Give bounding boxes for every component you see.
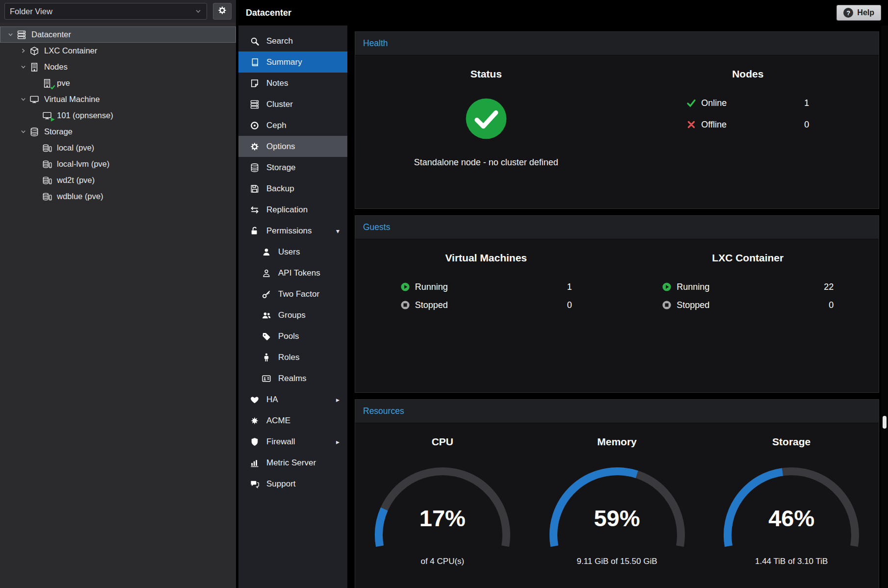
tree-item-local-lvm-pve[interactable]: local-lvm (pve) — [0, 156, 236, 172]
nav-item-firewall[interactable]: Firewall▸ — [238, 431, 347, 452]
expander-right-icon[interactable] — [18, 48, 28, 54]
db-item-icon — [41, 176, 53, 185]
nav-item-notes[interactable]: Notes — [238, 73, 347, 94]
tree-item-label: local-lvm (pve) — [57, 159, 109, 169]
cluster-status-message: Standalone node - no cluster defined — [414, 157, 558, 168]
guest-status-list: Running1Stopped0 — [400, 280, 572, 312]
nav-item-label: Pools — [278, 332, 299, 341]
tree-item-label: local (pve) — [57, 143, 94, 153]
view-mode-select[interactable]: Folder View — [4, 3, 207, 20]
nav-item-realms[interactable]: Realms — [238, 368, 347, 389]
nav-item-options[interactable]: Options — [238, 136, 347, 157]
chevron-right-icon: ▸ — [336, 396, 340, 403]
display-icon — [41, 111, 53, 121]
stat-label: Online — [701, 98, 727, 108]
gauge-percent-value: 59% — [544, 505, 691, 532]
expander-down-icon[interactable] — [18, 128, 28, 135]
gauge-subtext: 1.44 TiB of 3.10 TiB — [755, 557, 828, 566]
gear-icon — [217, 5, 227, 17]
tree-item-label: Datacenter — [31, 30, 71, 39]
db-item-icon — [41, 192, 53, 202]
nav-item-two-factor[interactable]: Two Factor — [238, 283, 347, 305]
gauge-subtext: of 4 CPU(s) — [420, 557, 464, 566]
gauge-percent-value: 17% — [369, 505, 516, 532]
guests-column-lxc-container: LXC ContainerRunning22Stopped0 — [617, 252, 879, 392]
shield-icon — [249, 437, 260, 447]
nav-item-pools[interactable]: Pools — [238, 326, 347, 347]
nav-item-cluster[interactable]: Cluster — [238, 94, 347, 115]
nav-item-backup[interactable]: Backup — [238, 178, 347, 199]
nav-item-label: HA — [266, 395, 278, 405]
nav-item-search[interactable]: Search — [238, 30, 347, 51]
stat-label: Running — [677, 282, 709, 292]
nav-item-metric-server[interactable]: Metric Server — [238, 452, 347, 473]
nav-item-label: Backup — [266, 184, 294, 194]
nav-item-replication[interactable]: Replication — [238, 199, 347, 220]
tree-item-label: wd2t (pve) — [57, 176, 95, 185]
nav-item-label: Search — [266, 36, 293, 46]
tree-item-label: Nodes — [44, 62, 68, 72]
content-scrollbar[interactable] — [881, 26, 888, 588]
status-title: Status — [470, 68, 502, 80]
tree-item-wdblue-pve[interactable]: wdblue (pve) — [0, 188, 236, 205]
resource-cpu: CPU17%of 4 CPU(s) — [355, 436, 530, 587]
tree-item-datacenter[interactable]: Datacenter — [0, 26, 236, 43]
nav-item-support[interactable]: Support — [238, 473, 347, 494]
nodes-column: Nodes Online1Offline0 — [617, 68, 879, 208]
scrollbar-thumb[interactable] — [883, 416, 887, 429]
tree-item-lxc-container[interactable]: LXC Container — [0, 43, 236, 59]
question-icon: ? — [843, 8, 853, 18]
help-button[interactable]: ? Help — [836, 5, 881, 21]
nav-item-label: Two Factor — [278, 289, 319, 299]
burst-icon — [249, 416, 260, 426]
tree-item-wd2t-pve[interactable]: wd2t (pve) — [0, 172, 236, 188]
nav-item-summary[interactable]: Summary — [238, 51, 347, 73]
expander-down-icon[interactable] — [5, 31, 16, 38]
chevron-down-icon: ▾ — [336, 228, 340, 234]
nav-item-label: Summary — [266, 57, 302, 67]
nav-item-api-tokens[interactable]: API Tokens — [238, 262, 347, 283]
user-o-icon — [261, 268, 272, 278]
resources-panel: Resources CPU17%of 4 CPU(s)Memory59%9.11… — [355, 399, 879, 588]
stat-label: Stopped — [677, 300, 709, 310]
nav-item-label: Groups — [278, 310, 306, 320]
nav-item-roles[interactable]: Roles — [238, 347, 347, 368]
gauge-subtext: 9.11 GiB of 15.50 GiB — [576, 557, 657, 566]
nav-item-label: Replication — [266, 205, 308, 215]
stat-label: Running — [415, 282, 448, 292]
nav-item-label: Roles — [278, 353, 299, 362]
tree-item-local-pve[interactable]: local (pve) — [0, 140, 236, 156]
nav-item-acme[interactable]: ACME — [238, 410, 347, 431]
nav-item-storage[interactable]: Storage — [238, 157, 347, 178]
nav-item-label: Ceph — [266, 121, 287, 130]
tree-item-pve[interactable]: pve — [0, 75, 236, 91]
tree-item-nodes[interactable]: Nodes — [0, 59, 236, 75]
nav-item-groups[interactable]: Groups — [238, 305, 347, 326]
unlock-icon — [249, 226, 260, 236]
tree-item-virtual-machine[interactable]: Virtual Machine — [0, 91, 236, 107]
guests-column-title: Virtual Machines — [445, 252, 527, 264]
nav-item-label: ACME — [266, 416, 290, 426]
view-mode-value: Folder View — [10, 7, 52, 16]
nav-item-permissions[interactable]: Permissions▾ — [238, 220, 347, 241]
nav-item-ceph[interactable]: Ceph — [238, 115, 347, 136]
chevron-right-icon: ▸ — [336, 438, 340, 445]
nav-item-label: Notes — [266, 78, 288, 88]
right-region: Datacenter ? Help SearchSummaryNotesClus… — [238, 0, 888, 588]
nav-item-label: Permissions — [266, 226, 312, 236]
tree-item-storage[interactable]: Storage — [0, 124, 236, 140]
play-badge-icon — [50, 117, 55, 122]
stop-icon — [662, 300, 672, 310]
tree-settings-button[interactable] — [213, 3, 232, 20]
health-panel: Health Status Standalone node - no clust… — [355, 31, 879, 209]
db-item-icon — [41, 159, 53, 169]
nav-item-users[interactable]: Users — [238, 241, 347, 262]
nav-item-ha[interactable]: HA▸ — [238, 389, 347, 410]
gear-icon — [249, 142, 260, 152]
tree-item-101-opnsense[interactable]: 101 (opnsense) — [0, 107, 236, 124]
expander-down-icon[interactable] — [18, 64, 28, 70]
help-button-label: Help — [857, 8, 874, 17]
expander-down-icon[interactable] — [18, 96, 28, 102]
tree-item-label: 101 (opnsense) — [57, 111, 113, 120]
tree-item-label: Virtual Machine — [44, 95, 100, 104]
